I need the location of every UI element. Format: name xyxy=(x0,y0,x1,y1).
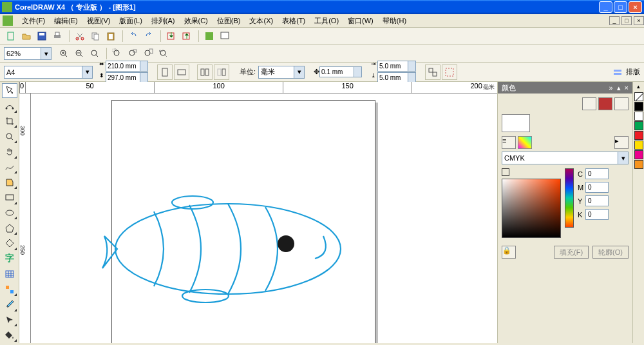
zoom-tool[interactable] xyxy=(2,129,17,144)
copy-button[interactable] xyxy=(88,29,102,43)
nudge-input[interactable] xyxy=(319,66,354,77)
color-swatch-green[interactable] xyxy=(634,121,643,130)
color-model-select[interactable] xyxy=(502,152,618,164)
freehand-tool[interactable] xyxy=(2,160,17,175)
maximize-button[interactable]: □ xyxy=(614,1,627,13)
current-color-swatch[interactable] xyxy=(502,114,530,132)
outline-button[interactable]: 轮廓(O) xyxy=(592,246,629,259)
shape-tool[interactable] xyxy=(2,99,17,113)
menu-window[interactable]: 窗口(W) xyxy=(344,15,377,27)
color-docker-title-bar[interactable]: 颜色 » ▴ × xyxy=(498,82,632,94)
docker-close-icon[interactable]: × xyxy=(625,84,629,92)
outline-tool[interactable] xyxy=(2,313,17,328)
menu-table[interactable]: 表格(T) xyxy=(278,15,309,27)
menu-arrange[interactable]: 排列(A) xyxy=(147,15,179,27)
zoom-out-button[interactable] xyxy=(72,46,86,61)
text-tool[interactable]: 字 xyxy=(2,251,17,266)
menu-file[interactable]: 文件(F) xyxy=(18,15,49,27)
black-input[interactable] xyxy=(585,209,609,220)
export-button[interactable] xyxy=(180,29,194,43)
pages-current-button[interactable] xyxy=(214,64,229,80)
save-button[interactable] xyxy=(35,29,49,43)
canvas-area[interactable]: 0 50 100 150 200 250 300 毫米 300 250 200 xyxy=(19,82,497,343)
rectangle-tool[interactable] xyxy=(2,190,17,205)
page-width-input[interactable] xyxy=(106,61,140,72)
table-tool[interactable] xyxy=(2,267,17,282)
menu-help[interactable]: 帮助(H) xyxy=(379,15,410,27)
vertical-ruler[interactable]: 300 250 200 xyxy=(19,94,31,343)
undo-button[interactable] xyxy=(126,29,140,43)
paper-size-dropdown[interactable]: ▾ xyxy=(82,66,93,79)
basic-shapes-tool[interactable] xyxy=(2,236,17,251)
color-sliders-button[interactable] xyxy=(582,97,596,110)
color-model-dropdown[interactable]: ▾ xyxy=(618,152,629,164)
nudge-spinner[interactable] xyxy=(354,66,362,77)
mdi-minimize-button[interactable]: _ xyxy=(609,16,620,25)
yellow-input[interactable] xyxy=(585,195,609,206)
portrait-button[interactable] xyxy=(157,64,173,80)
menu-tools[interactable]: 工具(O) xyxy=(310,15,343,27)
snap-objects-button[interactable] xyxy=(425,64,440,80)
new-button[interactable] xyxy=(4,29,18,43)
mdi-restore-button[interactable]: □ xyxy=(621,16,632,25)
interactive-tool[interactable] xyxy=(2,282,17,297)
welcome-button[interactable] xyxy=(218,29,232,43)
zoom-100-button[interactable] xyxy=(88,46,102,61)
smart-fill-tool[interactable] xyxy=(2,175,17,190)
menu-bitmap[interactable]: 位图(B) xyxy=(213,15,245,27)
unit-select[interactable] xyxy=(258,66,294,79)
color-swatch-magenta[interactable] xyxy=(634,150,643,159)
no-color-swatch[interactable] xyxy=(502,168,509,176)
mdi-close-button[interactable]: × xyxy=(634,16,644,25)
docker-collapse-icon[interactable]: ▴ xyxy=(617,84,621,92)
palette-scroll-up[interactable]: ▴ xyxy=(637,83,640,92)
app-launcher-button[interactable] xyxy=(202,29,216,43)
zoom-width-button[interactable] xyxy=(156,46,171,61)
zoom-all-button[interactable] xyxy=(126,46,140,61)
color-wheel-button[interactable] xyxy=(518,136,532,149)
paste-button[interactable] xyxy=(104,29,118,43)
color-swatch-yellow[interactable] xyxy=(634,141,643,150)
minimize-button[interactable]: _ xyxy=(599,1,612,13)
import-button[interactable] xyxy=(164,29,178,43)
eyedropper-tool[interactable] xyxy=(2,297,17,312)
zoom-page-button[interactable] xyxy=(141,46,155,61)
fill-button[interactable]: 填充(F) xyxy=(554,246,589,259)
dynamic-guides-button[interactable] xyxy=(442,64,457,80)
close-button[interactable]: × xyxy=(629,1,642,13)
menu-view[interactable]: 视图(V) xyxy=(83,15,115,27)
duplicate-x-input[interactable] xyxy=(377,61,408,72)
magenta-input[interactable] xyxy=(585,182,609,193)
color-swatch-white[interactable] xyxy=(634,112,643,121)
cyan-input[interactable] xyxy=(585,168,609,179)
color-options-button[interactable]: ≡ xyxy=(502,136,516,149)
color-menu-button[interactable]: ▸ xyxy=(614,136,629,149)
horizontal-ruler[interactable]: 0 50 100 150 200 250 300 毫米 xyxy=(19,82,497,94)
color-swatch-red[interactable] xyxy=(634,131,643,140)
paper-size-select[interactable] xyxy=(4,66,82,79)
open-button[interactable] xyxy=(19,29,33,43)
polygon-tool[interactable] xyxy=(2,221,17,235)
duplicate-x-spinner[interactable] xyxy=(408,61,416,72)
page-width-spinner[interactable] xyxy=(140,61,148,72)
menu-text[interactable]: 文本(X) xyxy=(245,15,277,27)
landscape-button[interactable] xyxy=(174,64,189,80)
menu-layout[interactable]: 版面(L) xyxy=(115,15,146,27)
menu-effects[interactable]: 效果(C) xyxy=(180,15,212,27)
menu-edit[interactable]: 编辑(E) xyxy=(50,15,82,27)
crop-tool[interactable] xyxy=(2,114,17,129)
unit-dropdown[interactable]: ▾ xyxy=(294,66,305,79)
no-fill-swatch[interactable] xyxy=(634,92,643,101)
pick-tool[interactable] xyxy=(2,83,17,98)
hue-slider[interactable] xyxy=(565,168,574,228)
docker-expand-icon[interactable]: » xyxy=(609,84,612,92)
color-swatch-orange[interactable] xyxy=(634,160,643,169)
pages-all-button[interactable] xyxy=(197,64,213,80)
color-viewer-button[interactable] xyxy=(598,97,612,110)
drawing-canvas[interactable] xyxy=(31,94,497,343)
options-button[interactable] xyxy=(611,65,625,79)
zoom-selection-button[interactable] xyxy=(110,46,124,61)
color-swatch-black[interactable] xyxy=(634,102,643,111)
cut-button[interactable] xyxy=(73,29,87,43)
fill-tool[interactable] xyxy=(2,328,17,342)
